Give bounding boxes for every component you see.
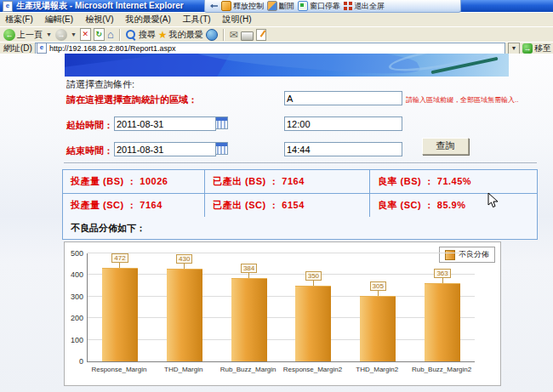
- region-label: 請在這裡選擇查詢統計的區域：: [66, 94, 197, 106]
- menu-item[interactable]: 說明(H): [223, 14, 252, 26]
- bar: [295, 286, 331, 361]
- menu-item[interactable]: 檔案(F): [5, 14, 33, 26]
- ie-page-icon: e: [3, 1, 13, 12]
- address-label: 網址(D): [3, 43, 32, 54]
- start-calendar-icon[interactable]: [215, 116, 228, 129]
- mail-icon[interactable]: ✉: [230, 30, 238, 40]
- bar-value-label: 384: [241, 264, 257, 273]
- start-date-input[interactable]: [114, 116, 216, 131]
- divider: [64, 162, 537, 163]
- exit-fullscreen-icon: [344, 2, 347, 5]
- stats-table: 投產量 (BS) ： 10026已產出 (BS) ： 7164良率 (BS) ：…: [62, 169, 538, 240]
- favorites-label: 我的最愛: [169, 29, 203, 41]
- go-arrow-icon: →: [522, 43, 533, 54]
- favorites-star-icon: ★: [158, 30, 168, 40]
- bar-group: 472: [88, 253, 152, 361]
- banner-shape: [65, 54, 235, 77]
- bar: [425, 283, 460, 361]
- bar: [102, 268, 138, 361]
- stats-cell: 投產量 (SC) ： 7164: [63, 194, 205, 217]
- page-content: 請選擇查詢條件: 請在這裡選擇查詢統計的區域： 請輸入區域前綴，全部區域無需輸入…: [0, 54, 553, 392]
- menu-bar: 檔案(F)編輯(E)檢視(V)我的最愛(A)工具(T)說明(H): [0, 12, 553, 26]
- region-input[interactable]: [284, 91, 402, 105]
- end-date-input[interactable]: [114, 142, 216, 156]
- menu-item[interactable]: 檢視(V): [85, 14, 113, 26]
- exit-fullscreen-button[interactable]: 退出全屏: [344, 1, 385, 12]
- back-button[interactable]: ← 上一頁: [3, 29, 43, 41]
- browser-window: e 生產現場報表 - Microsoft Internet Explorer 釋…: [0, 0, 553, 392]
- stats-cell: 良率 (SC) ： 85.9%: [370, 194, 535, 217]
- disconnect-label: 斷開: [279, 1, 294, 12]
- window-dock-button[interactable]: 窗口停靠: [298, 1, 340, 12]
- bar-group: 384: [217, 253, 282, 361]
- chart-plot: 472430384350305363: [87, 253, 475, 362]
- history-icon[interactable]: [206, 29, 218, 41]
- y-tick-label: 100: [65, 336, 83, 344]
- x-tick-label: Response_Margin: [87, 366, 151, 373]
- forward-icon: →: [55, 29, 67, 41]
- forward-dropdown-icon[interactable]: ▼: [71, 31, 77, 37]
- menu-item[interactable]: 編輯(E): [45, 14, 73, 26]
- go-label: 移至: [534, 43, 551, 54]
- bar-value-label: 472: [111, 253, 128, 263]
- go-button[interactable]: → 移至: [522, 43, 553, 54]
- table-row: 投產量 (SC) ： 7164已產出 (SC) ： 6154良率 (SC) ： …: [63, 194, 537, 217]
- x-tick-label: Rub_Buzz_Margin2: [409, 366, 474, 373]
- defect-chart: 不良分佈 0100200300400500 472430384350305363…: [64, 241, 501, 386]
- menu-item[interactable]: 我的最愛(A): [125, 14, 170, 26]
- release-control-icon: [221, 1, 231, 11]
- refresh-icon[interactable]: ↻: [94, 28, 105, 41]
- stats-cell: 已產出 (SC) ： 6154: [205, 194, 370, 217]
- address-dropdown-icon[interactable]: ▼: [508, 43, 520, 54]
- bar: [360, 296, 396, 361]
- back-label: 上一頁: [17, 29, 43, 41]
- end-time-label: 結束時間：: [66, 145, 113, 157]
- query-button[interactable]: 查詢: [422, 138, 469, 155]
- stats-cell: 良率 (BS) ： 71.45%: [370, 170, 535, 193]
- ie-page-icon: e: [37, 43, 47, 54]
- y-tick-label: 500: [65, 249, 83, 258]
- end-calendar-icon[interactable]: [215, 142, 228, 155]
- back-dropdown-icon[interactable]: ▼: [46, 31, 52, 37]
- back-icon: ←: [3, 29, 15, 41]
- toolbar-separator: [119, 29, 121, 41]
- window-dock-label: 窗口停靠: [310, 1, 340, 12]
- y-tick-label: 200: [65, 314, 83, 322]
- bar-group: 363: [410, 253, 475, 361]
- bar: [231, 278, 267, 361]
- release-control-button[interactable]: 釋放控制: [221, 1, 264, 12]
- exit-fullscreen-label: 退出全屏: [354, 1, 385, 12]
- bar-value-label: 350: [305, 271, 322, 281]
- window-dock-icon: [298, 1, 308, 11]
- menu-item[interactable]: 工具(T): [183, 14, 211, 26]
- banner-image: [65, 54, 509, 77]
- bar-group: 305: [345, 253, 410, 361]
- address-input[interactable]: e http://192.168.29.2:801/Report1.aspx: [35, 43, 505, 54]
- stats-cell: 已產出 (BS) ： 7164: [205, 170, 370, 193]
- pin-icon[interactable]: [210, 4, 218, 9]
- home-icon[interactable]: ⌂: [107, 29, 114, 40]
- x-tick-label: Response_Margin2: [280, 366, 345, 373]
- disconnect-button[interactable]: 斷開: [267, 1, 294, 12]
- chart-xlabels: Response_MarginTHD_MarginRub_Buzz_Margin…: [87, 366, 474, 373]
- bar-group: 430: [152, 253, 217, 361]
- start-time-input[interactable]: [284, 116, 402, 131]
- print-icon[interactable]: [241, 31, 254, 41]
- bar-value-label: 305: [370, 281, 386, 291]
- chart-bars: 472430384350305363: [88, 253, 475, 361]
- favorites-button[interactable]: ★ 我的最愛: [158, 29, 203, 41]
- start-time-label: 起始時間：: [66, 119, 113, 132]
- stop-icon[interactable]: ✕: [80, 28, 91, 41]
- y-tick-label: 300: [65, 293, 83, 301]
- search-label: 搜尋: [139, 29, 156, 41]
- region-hint: 請輸入區域前綴，全部區域無需輸入..: [406, 95, 518, 105]
- ie-toolbar: ← 上一頁 ▼ → ▼ ✕ ↻ ⌂ 搜尋 ★ 我的最愛 ✉: [0, 26, 553, 42]
- forward-button[interactable]: →: [55, 29, 67, 41]
- edit-icon[interactable]: [256, 29, 266, 41]
- end-time-input[interactable]: [284, 142, 402, 156]
- search-button[interactable]: 搜尋: [126, 29, 156, 41]
- stats-cell: 投產量 (BS) ： 10026: [63, 170, 205, 193]
- x-tick-label: THD_Margin2: [345, 366, 409, 373]
- bar-group: 350: [281, 253, 345, 361]
- query-conditions-prompt: 請選擇查詢條件:: [66, 78, 134, 91]
